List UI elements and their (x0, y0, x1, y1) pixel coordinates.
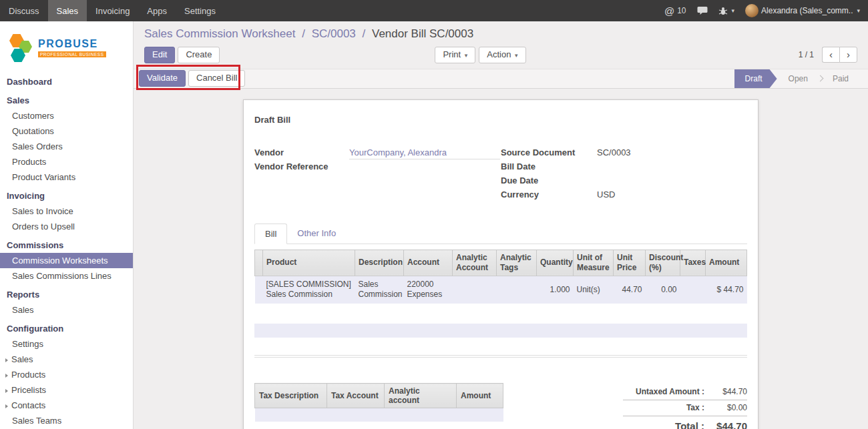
column-tax-amount[interactable]: Amount (457, 384, 503, 408)
sidebar-item-config-contacts[interactable]: Contacts (0, 398, 133, 413)
pager-count: 1 / 1 (799, 50, 814, 59)
column-product[interactable]: Product (263, 250, 355, 276)
bill-date-label: Bill Date (501, 161, 597, 171)
sidebar-section-configuration[interactable]: Configuration (0, 321, 133, 336)
column-description[interactable]: Description (355, 250, 404, 276)
debug-menu[interactable]: ▾ (718, 6, 735, 15)
action-button[interactable]: Action ▾ (479, 47, 525, 63)
column-analytic-account[interactable]: Analytic Account (453, 250, 497, 276)
column-account[interactable]: Account (404, 250, 453, 276)
field-column-right: Source Document SC/0003 Bill Date Due Da… (501, 147, 747, 203)
sidebar-item-products[interactable]: Products (0, 154, 133, 169)
expand-arrow-icon (5, 374, 8, 378)
action-group: Print ▾ Action ▾ (435, 47, 525, 63)
sidebar-item-config-products[interactable]: Products (0, 367, 133, 382)
column-discount[interactable]: Discount (%) (646, 250, 680, 276)
source-document-label: Source Document (501, 147, 597, 157)
sidebar-section-commissions[interactable]: Commissions (0, 238, 133, 253)
sidebar-item-sales-orders[interactable]: Sales Orders (0, 139, 133, 154)
sidebar: PROBUSE PROFESSIONAL BUSINESS Dashboard … (0, 21, 134, 429)
cell-account: 220000 Expenses (404, 276, 453, 304)
tab-bill[interactable]: Bill (254, 224, 287, 244)
sidebar-section-dashboard[interactable]: Dashboard (0, 74, 133, 89)
tab-other-info[interactable]: Other Info (287, 224, 346, 244)
probuse-logo-mark (9, 32, 33, 63)
cell-analytic-tags (497, 276, 537, 304)
nav-sales[interactable]: Sales (48, 0, 87, 21)
expand-arrow-icon (5, 389, 8, 393)
breadcrumb-separator: / (302, 27, 305, 40)
mentions-counter[interactable]: @ 10 (664, 5, 686, 17)
pager: 1 / 1 ‹ › (799, 47, 857, 63)
messages-button[interactable] (697, 6, 708, 15)
sidebar-item-sales-to-invoice[interactable]: Sales to Invoice (0, 203, 133, 219)
column-tax-account[interactable]: Tax Account (327, 384, 385, 408)
print-button[interactable]: Print ▾ (435, 47, 475, 63)
column-unit-of-measure[interactable]: Unit of Measure (574, 250, 614, 276)
cell-quantity: 1.000 (537, 276, 574, 304)
section-separator (254, 355, 747, 358)
sidebar-item-customers[interactable]: Customers (0, 108, 133, 123)
sidebar-item-orders-to-upsell[interactable]: Orders to Upsell (0, 219, 133, 234)
sidebar-section-sales[interactable]: Sales (0, 93, 133, 108)
column-analytic-tags[interactable]: Analytic Tags (497, 250, 537, 276)
status-step-open[interactable]: Open (777, 69, 819, 88)
avatar (745, 4, 758, 17)
breadcrumb-worksheet-link[interactable]: Sales Commission Worksheet (144, 27, 295, 40)
sidebar-item-label: Pricelists (11, 385, 46, 395)
user-menu[interactable]: Alexandra (Sales_comm.. ▾ (745, 4, 860, 17)
pager-previous-button[interactable]: ‹ (822, 47, 839, 63)
sidebar-item-reports-sales[interactable]: Sales (0, 302, 133, 318)
app-menu: Discuss Sales Invoicing Apps Settings (0, 0, 224, 21)
sidebar-section-invoicing[interactable]: Invoicing (0, 188, 133, 203)
column-tax-description[interactable]: Tax Description (255, 384, 327, 408)
caret-down-icon: ▾ (857, 7, 860, 14)
status-step-draft[interactable]: Draft (734, 69, 777, 88)
column-tax-analytic-account[interactable]: Analytic account (385, 384, 457, 408)
nav-invoicing[interactable]: Invoicing (87, 0, 138, 21)
create-button[interactable]: Create (178, 47, 220, 63)
sidebar-item-settings[interactable]: Settings (0, 336, 133, 352)
tax-area: Tax Description Tax Account Analytic acc… (254, 383, 503, 429)
logo-subtitle: PROFESSIONAL BUSINESS (38, 51, 106, 57)
pager-next-button[interactable]: › (839, 47, 857, 63)
empty-list-row (254, 324, 747, 338)
print-label: Print (443, 49, 461, 59)
bug-icon (718, 6, 728, 15)
sidebar-item-config-sales[interactable]: Sales (0, 352, 133, 367)
sidebar-item-sales-teams[interactable]: Sales Teams (0, 413, 133, 428)
sidebar-item-config-pricelists[interactable]: Pricelists (0, 382, 133, 398)
edit-button[interactable]: Edit (144, 47, 175, 63)
main-content: Sales Commission Worksheet / SC/0003 / V… (134, 21, 868, 429)
nav-apps[interactable]: Apps (138, 0, 176, 21)
mention-icon: @ (664, 5, 674, 17)
sheet-title: Draft Bill (254, 115, 747, 125)
status-step-paid[interactable]: Paid (821, 69, 860, 88)
invoice-line-row[interactable]: [SALES COMMISSION] Sales Commission Sale… (255, 276, 747, 304)
sidebar-item-commission-worksheets[interactable]: Commission Worksheets (0, 253, 133, 268)
pager-buttons: ‹ › (822, 47, 857, 63)
top-navbar: Discuss Sales Invoicing Apps Settings @ … (0, 0, 868, 21)
nav-discuss[interactable]: Discuss (0, 0, 48, 21)
sidebar-section-reports[interactable]: Reports (0, 287, 133, 302)
validate-button[interactable]: Validate (139, 70, 186, 87)
sidebar-item-label: Products (11, 370, 45, 380)
total-label: Total : (675, 420, 704, 429)
column-amount[interactable]: Amount (706, 250, 747, 276)
sidebar-item-label: Sales (11, 354, 33, 364)
currency-label: Currency (501, 189, 597, 199)
sidebar-item-product-variants[interactable]: Product Variants (0, 169, 133, 185)
mention-count: 10 (677, 6, 686, 15)
breadcrumb-separator: / (363, 27, 366, 40)
breadcrumb-record-link[interactable]: SC/0003 (312, 27, 356, 40)
column-taxes[interactable]: Taxes (680, 250, 706, 276)
nav-settings[interactable]: Settings (176, 0, 224, 21)
column-quantity[interactable]: Quantity (537, 250, 574, 276)
sidebar-item-quotations[interactable]: Quotations (0, 123, 133, 139)
sidebar-item-sales-commissions-lines[interactable]: Sales Commissions Lines (0, 268, 133, 284)
column-unit-price[interactable]: Unit Price (614, 250, 646, 276)
field-column-left: Vendor YourCompany, Alexandra Vendor Ref… (254, 147, 501, 203)
vendor-value-link[interactable]: YourCompany, Alexandra (349, 147, 500, 159)
cancel-bill-button[interactable]: Cancel Bill (188, 70, 245, 87)
cell-analytic-account (453, 276, 497, 304)
